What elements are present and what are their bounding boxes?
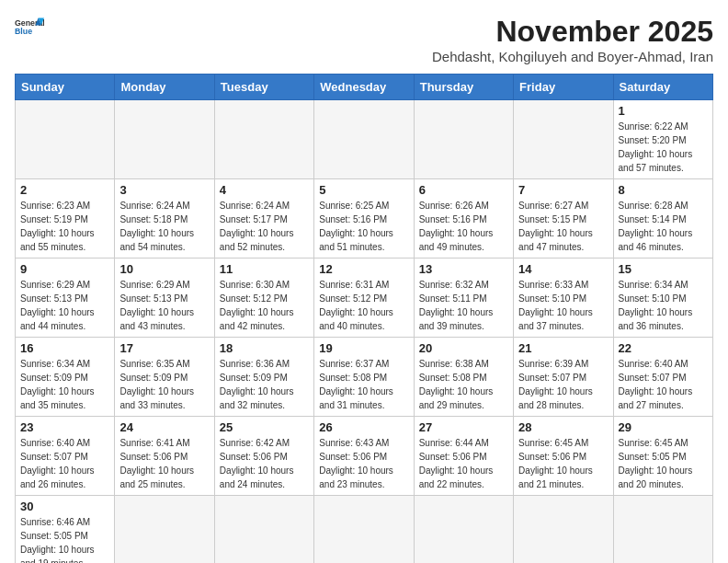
day-number: 25 bbox=[220, 420, 309, 434]
table-row bbox=[115, 100, 214, 179]
table-row: 22Sunrise: 6:40 AM Sunset: 5:07 PM Dayli… bbox=[613, 338, 712, 417]
day-info: Sunrise: 6:34 AM Sunset: 5:09 PM Dayligh… bbox=[20, 357, 109, 412]
day-info: Sunrise: 6:41 AM Sunset: 5:06 PM Dayligh… bbox=[119, 436, 209, 491]
logo: General Blue bbox=[15, 15, 44, 40]
day-number: 18 bbox=[220, 341, 309, 355]
table-row bbox=[514, 100, 613, 179]
table-row bbox=[514, 496, 613, 564]
day-info: Sunrise: 6:38 AM Sunset: 5:08 PM Dayligh… bbox=[419, 357, 508, 412]
table-row: 8Sunrise: 6:28 AM Sunset: 5:14 PM Daylig… bbox=[613, 179, 712, 259]
weekday-header-sunday: Sunday bbox=[16, 75, 115, 100]
day-number: 5 bbox=[319, 183, 408, 197]
day-info: Sunrise: 6:28 AM Sunset: 5:14 PM Dayligh… bbox=[619, 199, 708, 254]
day-number: 15 bbox=[619, 262, 708, 276]
table-row bbox=[414, 496, 513, 564]
table-row: 18Sunrise: 6:36 AM Sunset: 5:09 PM Dayli… bbox=[214, 338, 313, 417]
table-row: 17Sunrise: 6:35 AM Sunset: 5:09 PM Dayli… bbox=[115, 338, 214, 417]
day-info: Sunrise: 6:31 AM Sunset: 5:12 PM Dayligh… bbox=[319, 278, 408, 333]
weekday-header-thursday: Thursday bbox=[414, 75, 513, 100]
table-row: 19Sunrise: 6:37 AM Sunset: 5:08 PM Dayli… bbox=[314, 338, 414, 417]
weekday-header-monday: Monday bbox=[115, 75, 214, 100]
day-number: 4 bbox=[220, 183, 309, 197]
day-number: 16 bbox=[20, 341, 109, 355]
day-number: 29 bbox=[619, 420, 708, 434]
table-row bbox=[16, 100, 115, 179]
day-info: Sunrise: 6:23 AM Sunset: 5:19 PM Dayligh… bbox=[20, 199, 109, 254]
day-number: 27 bbox=[419, 420, 508, 434]
table-row: 21Sunrise: 6:39 AM Sunset: 5:07 PM Dayli… bbox=[514, 338, 613, 417]
table-row bbox=[314, 100, 414, 179]
page-header: General Blue November 2025 Dehdasht, Koh… bbox=[15, 15, 713, 64]
weekday-header-friday: Friday bbox=[514, 75, 613, 100]
day-number: 3 bbox=[119, 183, 209, 197]
day-info: Sunrise: 6:46 AM Sunset: 5:05 PM Dayligh… bbox=[20, 515, 109, 563]
logo-icon: General Blue bbox=[15, 15, 44, 40]
day-info: Sunrise: 6:24 AM Sunset: 5:17 PM Dayligh… bbox=[220, 199, 309, 254]
weekday-header-saturday: Saturday bbox=[613, 75, 712, 100]
day-info: Sunrise: 6:44 AM Sunset: 5:06 PM Dayligh… bbox=[419, 436, 508, 491]
table-row bbox=[314, 496, 414, 564]
table-row bbox=[414, 100, 513, 179]
weekday-header-tuesday: Tuesday bbox=[214, 75, 313, 100]
calendar-week-row: 2Sunrise: 6:23 AM Sunset: 5:19 PM Daylig… bbox=[16, 179, 713, 259]
day-info: Sunrise: 6:25 AM Sunset: 5:16 PM Dayligh… bbox=[319, 199, 408, 254]
day-info: Sunrise: 6:35 AM Sunset: 5:09 PM Dayligh… bbox=[119, 357, 209, 412]
table-row: 2Sunrise: 6:23 AM Sunset: 5:19 PM Daylig… bbox=[16, 179, 115, 259]
table-row: 16Sunrise: 6:34 AM Sunset: 5:09 PM Dayli… bbox=[16, 338, 115, 417]
calendar-week-row: 1Sunrise: 6:22 AM Sunset: 5:20 PM Daylig… bbox=[16, 100, 713, 179]
day-number: 19 bbox=[319, 341, 408, 355]
title-block: November 2025 Dehdasht, Kohgiluyeh and B… bbox=[432, 15, 713, 64]
day-number: 10 bbox=[119, 262, 209, 276]
day-number: 6 bbox=[419, 183, 508, 197]
day-number: 20 bbox=[419, 341, 508, 355]
table-row: 9Sunrise: 6:29 AM Sunset: 5:13 PM Daylig… bbox=[16, 259, 115, 338]
day-info: Sunrise: 6:33 AM Sunset: 5:10 PM Dayligh… bbox=[518, 278, 608, 333]
table-row: 28Sunrise: 6:45 AM Sunset: 5:06 PM Dayli… bbox=[514, 417, 613, 496]
table-row: 1Sunrise: 6:22 AM Sunset: 5:20 PM Daylig… bbox=[613, 100, 712, 179]
day-number: 22 bbox=[619, 341, 708, 355]
table-row: 23Sunrise: 6:40 AM Sunset: 5:07 PM Dayli… bbox=[16, 417, 115, 496]
day-info: Sunrise: 6:42 AM Sunset: 5:06 PM Dayligh… bbox=[220, 436, 309, 491]
table-row: 4Sunrise: 6:24 AM Sunset: 5:17 PM Daylig… bbox=[214, 179, 313, 259]
day-info: Sunrise: 6:29 AM Sunset: 5:13 PM Dayligh… bbox=[119, 278, 209, 333]
day-number: 11 bbox=[220, 262, 309, 276]
day-info: Sunrise: 6:36 AM Sunset: 5:09 PM Dayligh… bbox=[220, 357, 309, 412]
table-row: 13Sunrise: 6:32 AM Sunset: 5:11 PM Dayli… bbox=[414, 259, 513, 338]
weekday-header-row: SundayMondayTuesdayWednesdayThursdayFrid… bbox=[16, 75, 713, 100]
table-row: 11Sunrise: 6:30 AM Sunset: 5:12 PM Dayli… bbox=[214, 259, 313, 338]
day-info: Sunrise: 6:29 AM Sunset: 5:13 PM Dayligh… bbox=[20, 278, 109, 333]
day-number: 12 bbox=[319, 262, 408, 276]
table-row: 12Sunrise: 6:31 AM Sunset: 5:12 PM Dayli… bbox=[314, 259, 414, 338]
day-info: Sunrise: 6:37 AM Sunset: 5:08 PM Dayligh… bbox=[319, 357, 408, 412]
day-info: Sunrise: 6:24 AM Sunset: 5:18 PM Dayligh… bbox=[119, 199, 209, 254]
table-row: 30Sunrise: 6:46 AM Sunset: 5:05 PM Dayli… bbox=[16, 496, 115, 564]
table-row: 25Sunrise: 6:42 AM Sunset: 5:06 PM Dayli… bbox=[214, 417, 313, 496]
day-number: 24 bbox=[119, 420, 209, 434]
calendar-week-row: 30Sunrise: 6:46 AM Sunset: 5:05 PM Dayli… bbox=[16, 496, 713, 564]
day-number: 21 bbox=[518, 341, 608, 355]
day-info: Sunrise: 6:45 AM Sunset: 5:05 PM Dayligh… bbox=[619, 436, 708, 491]
day-number: 17 bbox=[119, 341, 209, 355]
table-row: 7Sunrise: 6:27 AM Sunset: 5:15 PM Daylig… bbox=[514, 179, 613, 259]
table-row bbox=[613, 496, 712, 564]
day-info: Sunrise: 6:45 AM Sunset: 5:06 PM Dayligh… bbox=[518, 436, 608, 491]
table-row: 10Sunrise: 6:29 AM Sunset: 5:13 PM Dayli… bbox=[115, 259, 214, 338]
day-info: Sunrise: 6:34 AM Sunset: 5:10 PM Dayligh… bbox=[619, 278, 708, 333]
day-number: 13 bbox=[419, 262, 508, 276]
day-info: Sunrise: 6:30 AM Sunset: 5:12 PM Dayligh… bbox=[220, 278, 309, 333]
table-row: 14Sunrise: 6:33 AM Sunset: 5:10 PM Dayli… bbox=[514, 259, 613, 338]
day-number: 9 bbox=[20, 262, 109, 276]
day-number: 8 bbox=[619, 183, 708, 197]
svg-text:Blue: Blue bbox=[15, 27, 32, 36]
day-number: 2 bbox=[20, 183, 109, 197]
calendar-week-row: 9Sunrise: 6:29 AM Sunset: 5:13 PM Daylig… bbox=[16, 259, 713, 338]
table-row bbox=[214, 496, 313, 564]
day-info: Sunrise: 6:22 AM Sunset: 5:20 PM Dayligh… bbox=[619, 120, 708, 175]
day-info: Sunrise: 6:39 AM Sunset: 5:07 PM Dayligh… bbox=[518, 357, 608, 412]
day-number: 1 bbox=[619, 104, 708, 118]
calendar-table: SundayMondayTuesdayWednesdayThursdayFrid… bbox=[15, 74, 713, 563]
day-info: Sunrise: 6:27 AM Sunset: 5:15 PM Dayligh… bbox=[518, 199, 608, 254]
day-number: 28 bbox=[518, 420, 608, 434]
day-number: 26 bbox=[319, 420, 408, 434]
location-subtitle: Dehdasht, Kohgiluyeh and Boyer-Ahmad, Ir… bbox=[432, 49, 713, 64]
